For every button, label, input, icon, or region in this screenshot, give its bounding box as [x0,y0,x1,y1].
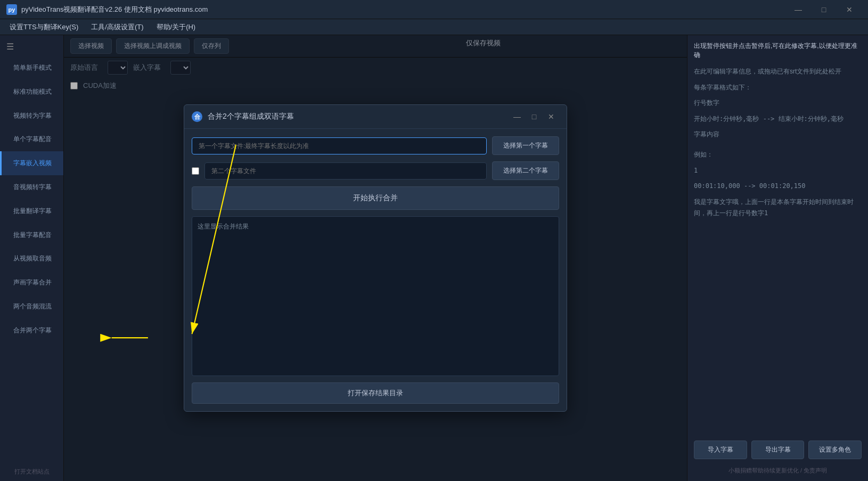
sidebar-item-merge-subtitles[interactable]: 合并两个字幕 [0,319,63,343]
sidebar-item-embed-subtitle[interactable]: 字幕嵌入视频 [0,151,63,175]
right-panel-example-line3: 我是字幕文字哦，上面一行是本条字幕开始时间到结束时间，再上一行是行号数字1 [694,197,862,219]
app-icon-text: py [9,6,15,13]
subtitle2-input[interactable] [204,162,487,180]
right-panel-format-title: 每条字幕格式如下： [694,82,862,94]
subtitle2-checkbox[interactable] [192,167,199,175]
modal-close-button[interactable]: ✕ [543,110,559,123]
right-panel-format-line3: 字幕内容 [694,129,862,141]
select-subtitle2-button[interactable]: 选择第二个字幕 [492,161,559,180]
sidebar: ☰ 简单新手模式 标准功能模式 视频转为字幕 单个字幕配音 字幕嵌入视频 音视频… [0,35,64,481]
sidebar-open-docs[interactable]: 打开文档站点 [0,462,63,481]
right-panel-example-title: 例如： [694,149,862,161]
right-panel-example-line1: 1 [694,165,862,177]
modal-titlebar: 合 合并2个字幕组成双语字幕 — □ ✕ [184,105,567,129]
menubar: 设置TTS与翻译Key(S) 工具/高级设置(T) 帮助/关于(H) [0,19,868,35]
right-panel-example-line2: 00:01:10,000 --> 00:01:20,150 [694,181,862,192]
menu-help[interactable]: 帮助/关于(H) [151,20,201,34]
subtitle2-row: 选择第二个字幕 [192,161,559,180]
merge-result-area: 这里显示合并结果 [192,216,559,376]
maximize-button[interactable]: □ [812,0,836,19]
right-panel-format-line2: 开始小时:分钟秒,毫秒 --> 结束小时:分钟秒,毫秒 [694,113,862,125]
modal-body: 选择第一个字幕 选择第二个字幕 开始执行合并 这里显示合并结果 [184,129,567,411]
close-window-button[interactable]: ✕ [837,0,862,19]
app-icon: py [6,4,17,15]
merge-subtitle-modal: 合 合并2个字幕组成双语字幕 — □ ✕ 选择第一个字幕 [184,104,567,412]
sidebar-item-batch-dub[interactable]: 批量字幕配音 [0,223,63,247]
modal-win-controls: — □ ✕ [509,110,559,123]
right-panel-edit-hint: 在此可编辑字幕信息，或拖动已有srt文件到此处松开 [694,66,862,78]
sidebar-item-extract-audio[interactable]: 从视频取音频 [0,247,63,271]
sidebar-item-single-subtitle-dub[interactable]: 单个字幕配音 [0,127,63,151]
right-panel: 出现暂停按钮并点击暂停后,可在此修改字幕,以便处理更准确 在此可编辑字幕信息，或… [687,35,868,481]
select-subtitle1-button[interactable]: 选择第一个字幕 [492,136,559,155]
main-layout: ☰ 简单新手模式 标准功能模式 视频转为字幕 单个字幕配音 字幕嵌入视频 音视频… [0,35,868,481]
right-panel-buttons: 导入字幕 导出字幕 设置多角色 [694,435,862,459]
merge-execute-button[interactable]: 开始执行合并 [192,186,559,210]
app-title: pyVideoTrans视频翻译配音v2.26 使用文档 pyvideotran… [21,5,782,14]
open-save-dir-button[interactable]: 打开保存结果目录 [192,382,559,404]
menu-tts-key[interactable]: 设置TTS与翻译Key(S) [4,20,84,34]
sidebar-item-mix-audio[interactable]: 两个音频混流 [0,295,63,319]
result-placeholder-text: 这里显示合并结果 [198,223,249,230]
sidebar-item-batch-translate[interactable]: 批量翻译字幕 [0,199,63,223]
subtitle1-input[interactable] [192,137,487,154]
sidebar-toggle[interactable]: ☰ [0,37,63,56]
modal-icon-text: 合 [194,113,200,121]
content-area: 选择视频 选择视频上调成视频 仅存列 仅保存视频 原始语言 嵌入字幕 CUDA加… [64,35,687,481]
multi-role-button[interactable]: 设置多角色 [808,441,862,459]
import-subtitle-button[interactable]: 导入字幕 [694,441,747,459]
menu-tools[interactable]: 工具/高级设置(T) [86,20,149,34]
sidebar-item-video-to-subtitle[interactable]: 视频转为字幕 [0,104,63,128]
sidebar-item-simple-mode[interactable]: 简单新手模式 [0,56,63,80]
modal-overlay: 合 合并2个字幕组成双语字幕 — □ ✕ 选择第一个字幕 [64,35,687,481]
right-panel-format-line1: 行号数字 [694,97,862,109]
minimize-button[interactable]: — [786,0,810,19]
export-subtitle-button[interactable]: 导出字幕 [751,441,805,459]
window-controls: — □ ✕ [786,0,862,19]
sidebar-item-standard-mode[interactable]: 标准功能模式 [0,80,63,104]
modal-maximize-button[interactable]: □ [526,110,542,123]
sidebar-item-audio-to-subtitle[interactable]: 音视频转字幕 [0,175,63,199]
modal-icon: 合 [192,111,202,122]
subtitle1-row: 选择第一个字幕 [192,136,559,155]
modal-minimize-button[interactable]: — [509,110,525,123]
bottom-disclaimer: 小额捐赠帮助待续更新优化 / 免责声明 [694,463,862,475]
sidebar-item-merge-av[interactable]: 声画字幕合并 [0,271,63,295]
titlebar: py pyVideoTrans视频翻译配音v2.26 使用文档 pyvideot… [0,0,868,19]
modal-title: 合并2个字幕组成双语字幕 [208,112,504,121]
right-panel-hint: 出现暂停按钮并点击暂停后,可在此修改字幕,以便处理更准确 [694,42,862,60]
